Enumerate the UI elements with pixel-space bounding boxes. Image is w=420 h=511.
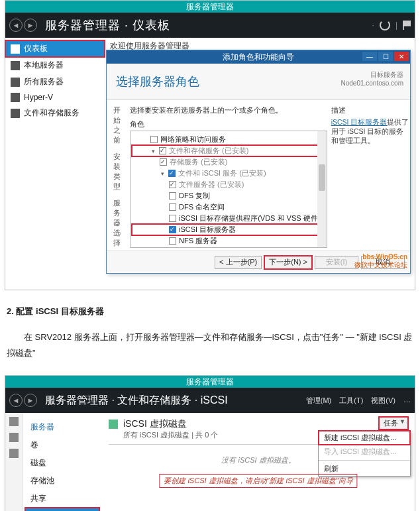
sidebar-item[interactable]: 文件和存储服务 <box>5 105 105 121</box>
pipe: · <box>372 21 374 30</box>
content-area: 欢迎使用服务器管理器 添加角色和功能向导 — ☐ ✕ 选择服务器角色 目标服务器… <box>105 38 415 290</box>
menu-item[interactable]: 视图(V) <box>371 396 395 406</box>
menu-item[interactable]: … <box>403 396 411 406</box>
main-area: 仪表板本地服务器所有服务器Hyper-V文件和存储服务 欢迎使用服务器管理器 添… <box>5 38 415 290</box>
top-menu: 管理(M)工具(T)视图(V)… <box>306 396 411 406</box>
role-tree-row[interactable]: ▾文件和 iSCSI 服务 (已安装) <box>132 168 325 179</box>
iscsi-panel: iSCSI 虚拟磁盘 所有 iSCSI 虚拟磁盘 | 共 0 个 任务 新建 i… <box>102 413 415 511</box>
checkbox[interactable] <box>169 237 176 245</box>
menu-item[interactable]: 管理(M) <box>306 396 332 406</box>
role-label: 存储服务 (已安装) <box>170 157 227 167</box>
sidebar-item[interactable]: 所有服务器 <box>5 74 105 90</box>
header-tools: · | <box>372 20 411 30</box>
role-label: 网络策略和访问服务 <box>160 135 226 144</box>
close-icon[interactable]: ✕ <box>394 52 409 61</box>
minimize-icon[interactable]: — <box>362 52 377 61</box>
nav-icon[interactable] <box>9 449 19 458</box>
tasks-context-menu: 新建 iSCSI 虚拟磁盘...导入 iSCSI 虚拟磁盘...刷新 <box>318 430 411 477</box>
description-header: 描述 <box>331 105 409 115</box>
hint-message: 要创建 iSCSI 虚拟磁盘，请启动"新建 iSCSI 虚拟磁盘"向导 <box>160 475 356 487</box>
sidebar2-item[interactable]: 磁盘 <box>23 454 102 472</box>
disk-icon <box>109 420 118 429</box>
section-paragraph: 在 SRV2012 服务器上面，打开服务器管理器—文件和存储服务—iSCSI，点… <box>7 329 413 362</box>
context-menu-item[interactable]: 刷新 <box>319 462 410 476</box>
checkbox[interactable] <box>169 226 176 233</box>
app-titlebar: 服务器管理器 <box>5 1 415 13</box>
screenshot-server-manager-wizard: 服务器管理器 ◄ ► 服务器管理器 · 仪表板 · | 仪表板本地服务器所有服务… <box>5 0 415 290</box>
refresh-icon[interactable] <box>380 20 390 30</box>
forward-icon-2[interactable]: ► <box>24 394 37 407</box>
wizard-step[interactable]: 开始之前 <box>113 105 123 145</box>
sidebar-item[interactable]: 本地服务器 <box>5 57 105 74</box>
checkbox[interactable] <box>150 136 158 143</box>
checkbox[interactable] <box>159 147 166 154</box>
next-button[interactable]: 下一步(N) > <box>264 256 312 269</box>
role-tree-row[interactable]: DFS 命名空间 <box>132 201 325 213</box>
sidebar-item-icon <box>11 61 20 70</box>
sidebar: 仪表板本地服务器所有服务器Hyper-V文件和存储服务 <box>5 38 105 290</box>
role-tree-row[interactable]: 网络策略和访问服务 <box>132 134 325 145</box>
checkbox[interactable] <box>169 192 176 199</box>
app-title: 服务器管理器 <box>186 2 234 11</box>
main-area-2: 服务器卷磁盘存储池共享iSCSI iSCSI 虚拟磁盘 所有 iSCSI 虚拟磁… <box>5 413 415 511</box>
role-tree-row[interactable]: iSCSI 目标服务器 <box>132 224 325 235</box>
role-tree-row[interactable]: 文件服务器 (已安装) <box>132 179 325 190</box>
cancel-button[interactable]: 取消 <box>361 256 405 269</box>
menu-item[interactable]: 工具(T) <box>339 396 363 406</box>
wizard-footer: < 上一步(P) 下一步(N) > 安装(I) 取消 <box>107 251 410 273</box>
roles-tree[interactable]: 网络策略和访问服务▾文件和存储服务 (已安装)存储服务 (已安装)▾文件和 iS… <box>130 131 327 248</box>
sidebar2-item[interactable]: 卷 <box>23 436 102 454</box>
sidebar-item[interactable]: 仪表板 <box>5 40 105 57</box>
role-label: DFS 命名空间 <box>179 202 225 212</box>
checkbox[interactable] <box>169 215 176 222</box>
roles-pane: 选择要安装在所选服务器上的一个或多个角色。 角色 网络策略和访问服务▾文件和存储… <box>130 105 327 248</box>
scrollbar-thumb[interactable] <box>319 164 325 191</box>
prev-button[interactable]: < 上一步(P) <box>215 256 262 269</box>
section-heading: 2. 配置 iSCSI 目标服务器 <box>7 304 413 320</box>
wizard-step[interactable]: 安装类型 <box>113 152 123 192</box>
checkbox[interactable] <box>168 170 176 177</box>
sidebar2-item[interactable]: 存储池 <box>23 472 102 490</box>
nav-arrows-2: ◄ ► <box>9 394 37 407</box>
tree-toggle-icon[interactable]: ▾ <box>150 148 156 154</box>
role-tree-row[interactable]: NFS 服务器 <box>132 235 325 247</box>
nav-icon[interactable] <box>9 417 19 426</box>
destination-server: 目标服务器 Node01.contoso.com <box>341 70 403 87</box>
tree-toggle-icon[interactable]: ▾ <box>160 170 166 176</box>
screenshot-iscsi-panel: 服务器管理器 ◄ ► 服务器管理器 · 文件和存储服务 · iSCSI 管理(M… <box>5 375 415 511</box>
role-label: 文件和存储服务 (已安装) <box>169 146 248 156</box>
notifications-icon[interactable] <box>403 21 411 30</box>
role-tree-row[interactable]: iSCSI 目标存储提供程序(VDS 和 VSS 硬件… <box>132 213 325 224</box>
maximize-icon[interactable]: ☐ <box>378 52 393 61</box>
checkbox[interactable] <box>169 181 176 188</box>
dest-label: 目标服务器 <box>341 70 403 79</box>
sidebar-item[interactable]: Hyper-V <box>5 90 105 105</box>
role-label: DFS 复制 <box>179 191 210 201</box>
sidebar2-item[interactable]: iSCSI <box>25 508 99 511</box>
checkbox[interactable] <box>169 203 176 211</box>
sidebar-item-icon <box>11 109 20 118</box>
role-tree-row[interactable]: 存储服务 (已安装) <box>132 156 325 168</box>
role-tree-row[interactable]: 数据删除重复 <box>132 247 325 248</box>
role-tree-row[interactable]: DFS 复制 <box>132 190 325 201</box>
checkbox[interactable] <box>160 158 167 166</box>
wizard-main: 选择要安装在所选服务器上的一个或多个角色。 角色 网络策略和访问服务▾文件和存储… <box>126 100 410 251</box>
role-label: iSCSI 目标存储提供程序(VDS 和 VSS 硬件… <box>179 213 325 223</box>
nav-icon[interactable] <box>9 433 19 442</box>
context-menu-item[interactable]: 新建 iSCSI 虚拟磁盘... <box>319 431 410 445</box>
nav-arrows: ◄ ► <box>9 19 37 32</box>
role-label: 数据删除重复 <box>179 247 223 248</box>
forward-icon[interactable]: ► <box>24 19 37 32</box>
panel-title: iSCSI 虚拟磁盘 <box>123 418 187 430</box>
role-tree-row[interactable]: ▾文件和存储服务 (已安装) <box>132 145 325 156</box>
back-icon-2[interactable]: ◄ <box>9 394 23 407</box>
scrollbar[interactable] <box>317 131 327 247</box>
sidebar-item-icon <box>11 78 20 87</box>
sidebar2-item[interactable]: 服务器 <box>23 418 102 436</box>
context-menu-item: 导入 iSCSI 虚拟磁盘... <box>319 445 410 459</box>
dest-server: Node01.contoso.com <box>341 79 403 87</box>
sidebar2-item[interactable]: 共享 <box>23 490 102 508</box>
tasks-button[interactable]: 任务 <box>379 417 408 429</box>
wizard-step[interactable]: 服务器选择 <box>113 198 123 248</box>
back-icon[interactable]: ◄ <box>9 19 23 32</box>
